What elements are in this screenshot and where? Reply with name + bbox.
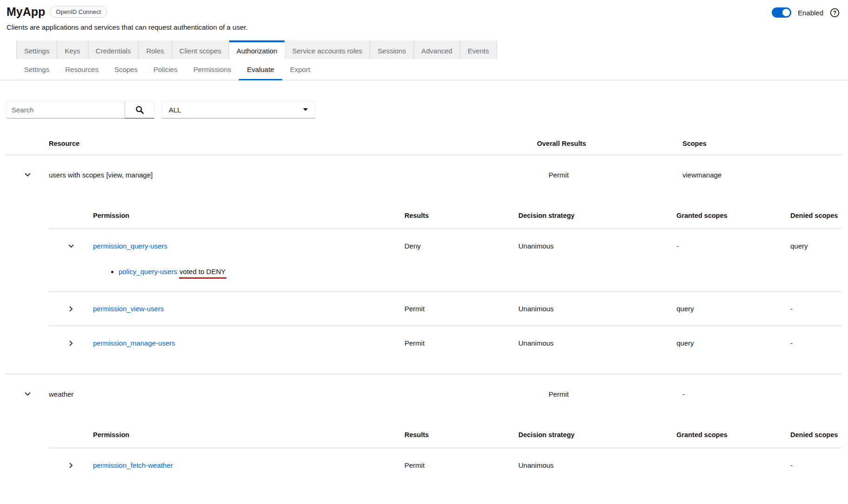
enabled-label: Enabled bbox=[798, 9, 823, 17]
col-permission: Permission bbox=[93, 431, 404, 439]
denied-scopes-value: - bbox=[790, 339, 841, 347]
col-decision-strategy: Decision strategy bbox=[518, 431, 676, 439]
resource-section: weather Permit - Permission Results Deci… bbox=[6, 374, 841, 482]
policy-votes-list: policy_query-users voted to DENY bbox=[49, 268, 841, 275]
tab-authorization[interactable]: Authorization bbox=[229, 40, 285, 59]
row-expander[interactable] bbox=[49, 340, 74, 347]
policy-vote-text: voted to DENY bbox=[179, 268, 226, 279]
col-scopes: Scopes bbox=[682, 140, 841, 147]
chevron-right-icon bbox=[68, 340, 74, 347]
enabled-toggle[interactable] bbox=[772, 7, 791, 18]
main-tabs: Settings Keys Credentials Roles Client s… bbox=[16, 40, 848, 59]
denied-scopes-value: query bbox=[790, 242, 841, 250]
authorization-subtabs: Settings Resources Scopes Policies Permi… bbox=[0, 59, 848, 80]
result-value: Deny bbox=[404, 242, 518, 250]
subtab-evaluate[interactable]: Evaluate bbox=[239, 59, 282, 80]
evaluate-toolbar: ALL bbox=[7, 101, 841, 118]
permissions-header-row: Permission Results Decision strategy Gra… bbox=[49, 413, 841, 448]
caret-down-icon bbox=[303, 108, 308, 111]
subtab-policies[interactable]: Policies bbox=[146, 59, 186, 80]
protocol-badge: OpenID Connect bbox=[50, 6, 107, 18]
subtab-resources[interactable]: Resources bbox=[57, 59, 106, 80]
row-expander[interactable] bbox=[49, 462, 74, 469]
col-results: Results bbox=[404, 431, 518, 439]
col-overall-results: Overall Results bbox=[537, 140, 682, 147]
tab-service-accounts-roles[interactable]: Service accounts roles bbox=[285, 40, 370, 59]
tab-keys[interactable]: Keys bbox=[57, 40, 88, 59]
permission-link[interactable]: permission_view-users bbox=[93, 305, 164, 313]
resource-name: weather bbox=[49, 390, 537, 398]
help-icon[interactable]: ? bbox=[830, 8, 840, 18]
policy-vote-item: policy_query-users voted to DENY bbox=[119, 268, 841, 275]
tab-advanced[interactable]: Advanced bbox=[414, 40, 460, 59]
resource-row: weather Permit - bbox=[6, 374, 841, 413]
permission-row: permission_manage-users Permit Unanimous… bbox=[49, 326, 841, 360]
result-value: Permit bbox=[404, 305, 518, 313]
subtab-scopes[interactable]: Scopes bbox=[106, 59, 146, 80]
col-resource: Resource bbox=[49, 140, 537, 147]
filter-selected-value: ALL bbox=[169, 106, 181, 114]
result-value: Permit bbox=[404, 339, 518, 347]
col-permission: Permission bbox=[93, 212, 404, 219]
permissions-table: Permission Results Decision strategy Gra… bbox=[49, 194, 841, 360]
granted-scopes-value: - bbox=[676, 242, 790, 250]
overall-result: Permit bbox=[537, 390, 682, 398]
page-title: MyApp bbox=[7, 5, 45, 19]
page-description: Clients are applications and services th… bbox=[7, 23, 248, 31]
tab-events[interactable]: Events bbox=[460, 40, 497, 59]
permission-row: permission_fetch-weather Permit Unanimou… bbox=[49, 448, 841, 482]
chevron-down-icon bbox=[24, 391, 31, 398]
col-denied-scopes: Denied scopes bbox=[790, 212, 841, 219]
permission-link[interactable]: permission_fetch-weather bbox=[93, 461, 173, 469]
magnifier-icon bbox=[135, 105, 144, 114]
resource-filter-select[interactable]: ALL bbox=[162, 101, 315, 118]
permissions-header-row: Permission Results Decision strategy Gra… bbox=[49, 194, 841, 229]
svg-text:?: ? bbox=[833, 9, 836, 16]
decision-strategy-value: Unanimous bbox=[518, 339, 676, 347]
permissions-table: Permission Results Decision strategy Gra… bbox=[49, 413, 841, 482]
resource-name: users with scopes [view, manage] bbox=[49, 171, 537, 179]
col-decision-strategy: Decision strategy bbox=[518, 212, 676, 219]
col-granted-scopes: Granted scopes bbox=[676, 212, 790, 219]
row-expander[interactable] bbox=[49, 306, 74, 312]
question-circle-icon: ? bbox=[830, 8, 840, 18]
row-expander[interactable] bbox=[49, 243, 74, 249]
tab-sessions[interactable]: Sessions bbox=[370, 40, 414, 59]
toggle-knob bbox=[782, 9, 790, 16]
tab-client-scopes[interactable]: Client scopes bbox=[172, 40, 229, 59]
permission-link[interactable]: permission_manage-users bbox=[93, 339, 175, 347]
chevron-down-icon bbox=[24, 171, 31, 178]
resource-section: users with scopes [view, manage] Permit … bbox=[6, 155, 841, 360]
decision-strategy-value: Unanimous bbox=[518, 242, 676, 250]
decision-strategy-value: Unanimous bbox=[518, 461, 676, 469]
denied-scopes-value: - bbox=[790, 305, 841, 313]
search-input[interactable] bbox=[7, 101, 125, 118]
permission-row: permission_query-users Deny Unanimous - … bbox=[49, 229, 841, 292]
result-value: Permit bbox=[404, 461, 518, 469]
chevron-down-icon bbox=[68, 243, 74, 249]
col-results: Results bbox=[404, 212, 518, 219]
permission-link[interactable]: permission_query-users bbox=[93, 242, 167, 250]
scopes-value: - bbox=[682, 390, 841, 398]
page-header: MyApp OpenID Connect Clients are applica… bbox=[0, 0, 848, 31]
resource-row: users with scopes [view, manage] Permit … bbox=[6, 155, 841, 194]
denied-scopes-value: - bbox=[790, 461, 841, 469]
subtab-export[interactable]: Export bbox=[282, 59, 318, 80]
permission-row: permission_view-users Permit Unanimous q… bbox=[49, 292, 841, 326]
row-expander[interactable] bbox=[6, 171, 31, 178]
tab-credentials[interactable]: Credentials bbox=[88, 40, 139, 59]
subtab-settings[interactable]: Settings bbox=[16, 59, 57, 80]
results-header-row: Resource Overall Results Scopes bbox=[6, 131, 841, 155]
search-button[interactable] bbox=[125, 101, 154, 118]
scopes-value: viewmanage bbox=[682, 171, 841, 179]
col-granted-scopes: Granted scopes bbox=[676, 431, 790, 439]
granted-scopes-value: query bbox=[676, 305, 790, 313]
tab-settings[interactable]: Settings bbox=[16, 40, 57, 59]
row-expander[interactable] bbox=[6, 391, 31, 398]
col-denied-scopes: Denied scopes bbox=[790, 431, 841, 439]
subtab-permissions[interactable]: Permissions bbox=[186, 59, 239, 80]
policy-link[interactable]: policy_query-users bbox=[119, 268, 177, 275]
tab-roles[interactable]: Roles bbox=[139, 40, 172, 59]
chevron-right-icon bbox=[68, 306, 74, 312]
chevron-right-icon bbox=[68, 462, 74, 469]
